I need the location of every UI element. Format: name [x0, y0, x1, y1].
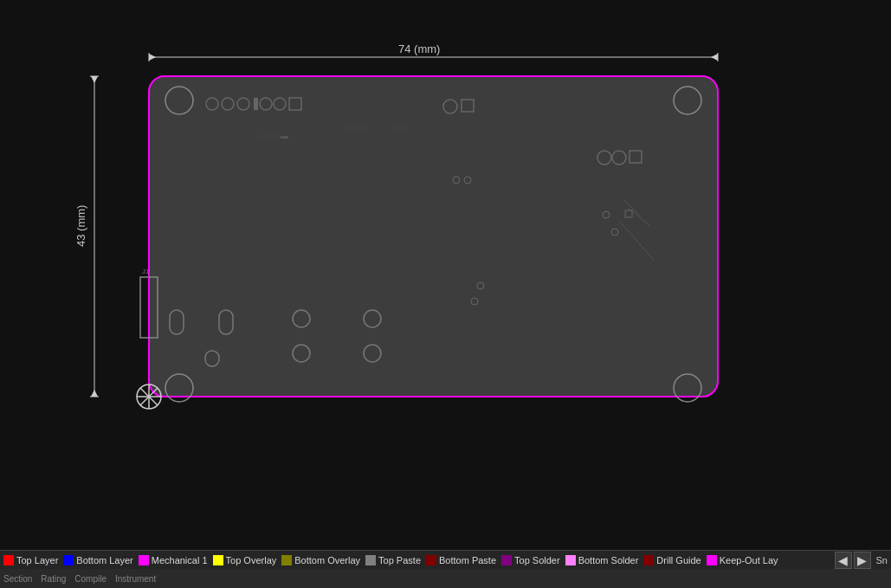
- layer-bottom-paste[interactable]: Bottom Paste: [426, 555, 496, 565]
- next-layer-button[interactable]: ▶: [854, 552, 871, 569]
- snap-label: Sn: [876, 555, 888, 565]
- layer-bottom-overlay[interactable]: Bottom Overlay: [281, 555, 360, 565]
- pcb-canvas[interactable]: 74 (mm) 43 (mm) ◌◌◌▬ ◌◌◌ ◌◌: [0, 0, 891, 550]
- layer-bar: Top Layer Bottom Layer Mechanical 1 Top …: [0, 550, 891, 569]
- svg-text:◌◌◌▬: ◌◌◌▬: [260, 132, 288, 140]
- layer-mechanical[interactable]: Mechanical 1: [139, 555, 208, 565]
- top-paste-color: [365, 555, 376, 565]
- prev-layer-button[interactable]: ◀: [835, 552, 852, 569]
- drill-guide-color: [643, 555, 654, 565]
- bottom-paste-color: [426, 555, 436, 565]
- bottom-paste-label: Bottom Paste: [439, 555, 496, 565]
- layer-bottom-solder[interactable]: Bottom Solder: [565, 555, 639, 565]
- svg-text:43 (mm): 43 (mm): [74, 205, 87, 247]
- layer-drill-guide[interactable]: Drill Guide: [643, 555, 701, 565]
- top-layer-color: [3, 555, 14, 565]
- status-section: Section: [3, 574, 32, 584]
- svg-text:J1: J1: [142, 268, 150, 275]
- bottom-overlay-color: [281, 555, 292, 565]
- layer-top-paste[interactable]: Top Paste: [365, 555, 421, 565]
- status-compile: Compile: [74, 574, 107, 584]
- top-solder-color: [501, 555, 512, 565]
- top-overlay-label: Top Overlay: [226, 555, 277, 565]
- top-overlay-color: [213, 555, 223, 565]
- svg-text:◌◌: ◌◌: [394, 125, 408, 133]
- status-instrument: Instrument: [115, 574, 156, 584]
- svg-text:◌◌◌: ◌◌◌: [346, 123, 367, 132]
- bottom-layer-label: Bottom Layer: [76, 555, 132, 565]
- mechanical-layer-label: Mechanical 1: [152, 555, 208, 565]
- bottom-solder-color: [565, 555, 576, 565]
- top-paste-label: Top Paste: [378, 555, 421, 565]
- bottom-layer-color: [63, 555, 74, 565]
- layer-top-solder[interactable]: Top Solder: [501, 555, 560, 565]
- status-rating: Rating: [41, 574, 66, 584]
- svg-rect-21: [254, 98, 258, 110]
- layer-keep-out[interactable]: Keep-Out Lay: [707, 555, 778, 565]
- bottom-overlay-label: Bottom Overlay: [294, 555, 360, 565]
- layer-top-overlay[interactable]: Top Overlay: [213, 555, 277, 565]
- top-layer-label: Top Layer: [16, 555, 58, 565]
- keep-out-color: [707, 555, 717, 565]
- keep-out-label: Keep-Out Lay: [720, 555, 778, 565]
- layer-nav-arrows[interactable]: ◀ ▶ Sn: [835, 552, 888, 569]
- layer-bottom[interactable]: Bottom Layer: [63, 555, 132, 565]
- bottom-solder-label: Bottom Solder: [578, 555, 639, 565]
- svg-text:74 (mm): 74 (mm): [398, 42, 440, 55]
- drill-guide-label: Drill Guide: [656, 555, 701, 565]
- mechanical-layer-color: [139, 555, 149, 565]
- status-bar: Section Rating Compile Instrument: [0, 569, 891, 588]
- layer-top[interactable]: Top Layer: [3, 555, 58, 565]
- top-solder-label: Top Solder: [514, 555, 560, 565]
